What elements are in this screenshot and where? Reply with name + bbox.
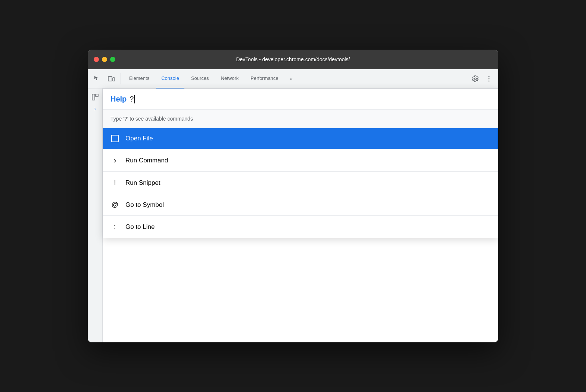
command-input-area[interactable]: ? <box>130 95 135 103</box>
inspect-element-button[interactable] <box>91 72 103 85</box>
command-label: Help <box>110 95 127 103</box>
command-list: Open File › Run Command ! Run Snippet <box>103 128 498 238</box>
command-palette-header: Help ? <box>103 89 498 110</box>
traffic-lights <box>94 57 115 62</box>
titlebar: DevTools - developer.chrome.com/docs/dev… <box>88 50 498 69</box>
svg-rect-6 <box>96 94 98 97</box>
svg-rect-0 <box>108 77 112 81</box>
toolbar-divider <box>121 73 121 84</box>
settings-button[interactable] <box>469 72 482 85</box>
tab-elements[interactable]: Elements <box>124 69 155 88</box>
command-item-open-file[interactable]: Open File <box>103 128 498 149</box>
tab-console[interactable]: Console <box>156 69 184 88</box>
run-command-icon: › <box>110 156 119 165</box>
open-file-icon <box>110 135 119 142</box>
command-item-label: Run Command <box>125 157 168 164</box>
device-toolbar-button[interactable] <box>105 72 118 85</box>
svg-point-2 <box>489 76 490 77</box>
sidebar-panel-icon[interactable] <box>90 91 101 103</box>
run-snippet-icon: ! <box>110 178 119 187</box>
command-item-run-snippet[interactable]: ! Run Snippet <box>103 172 498 194</box>
go-to-symbol-icon: @ <box>110 201 119 209</box>
command-palette: Help ? Type '?' to see available command… <box>103 88 498 238</box>
maximize-button[interactable] <box>110 57 115 62</box>
tab-performance[interactable]: Performance <box>245 69 283 88</box>
left-sidebar: › <box>88 88 103 342</box>
svg-rect-1 <box>113 78 115 81</box>
devtools-body: › Help ? Type '?' to see available comma… <box>88 88 498 342</box>
cursor <box>134 95 135 103</box>
sidebar-chevron-icon: › <box>94 106 96 112</box>
square-icon <box>111 135 119 142</box>
devtools-window: DevTools - developer.chrome.com/docs/dev… <box>88 50 498 342</box>
command-item-go-to-symbol[interactable]: @ Go to Symbol <box>103 194 498 216</box>
tab-network[interactable]: Network <box>216 69 244 88</box>
command-item-label: Run Snippet <box>125 179 160 187</box>
svg-point-4 <box>489 80 490 81</box>
svg-rect-5 <box>92 94 95 100</box>
command-symbol: ? <box>130 95 134 103</box>
command-item-label: Open File <box>125 135 153 142</box>
command-item-label: Go to Line <box>125 223 155 231</box>
window-title: DevTools - developer.chrome.com/docs/dev… <box>236 56 350 62</box>
customize-button[interactable] <box>483 72 495 85</box>
toolbar-right <box>469 72 495 85</box>
command-item-label: Go to Symbol <box>125 201 164 209</box>
tab-sources[interactable]: Sources <box>186 69 214 88</box>
close-button[interactable] <box>94 57 99 62</box>
main-content: Help ? Type '?' to see available command… <box>103 88 498 342</box>
hint-text: Type '?' to see available commands <box>110 116 193 122</box>
hint-row: Type '?' to see available commands <box>103 110 498 128</box>
minimize-button[interactable] <box>102 57 107 62</box>
command-item-go-to-line[interactable]: : Go to Line <box>103 216 498 238</box>
go-to-line-icon: : <box>110 223 119 231</box>
devtools-toolbar: Elements Console Sources Network Perform… <box>88 69 498 88</box>
command-item-run-command[interactable]: › Run Command <box>103 149 498 172</box>
more-tabs-button[interactable]: » <box>285 72 298 85</box>
svg-point-3 <box>489 78 490 79</box>
